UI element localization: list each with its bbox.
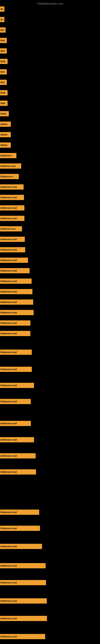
bar-row-11: Bottle (0, 111, 100, 117)
bar-row-8: Bott (0, 79, 100, 85)
bar-row-19: Bottleneck result (0, 194, 100, 200)
bar-row-20: Bottleneck result (0, 205, 100, 211)
bar-row-44: Bottleneck result (0, 563, 100, 569)
bar-label-44: Bottleneck result (0, 563, 46, 568)
bar-label-25: Bottleneck result (0, 258, 28, 263)
bar-row-25: Bottleneck result (0, 257, 100, 263)
bar-label-41: Bottleneck result (0, 510, 39, 515)
bar-row-15: Bottleneck r (0, 152, 100, 158)
bar-row-43: Bottleneck result (0, 544, 100, 550)
bar-row-47: Bottleneck result (0, 616, 100, 622)
bar-row-23: Bottleneck result (0, 236, 100, 242)
bar-label-14: Bottlen (0, 142, 11, 148)
bar-row-1: Bo (0, 6, 100, 12)
bar-row-16: Bottleneck resu (0, 163, 100, 169)
bar-label-1: Bo (0, 6, 4, 12)
bar-label-39: Bottleneck result (0, 453, 36, 458)
bar-row-6: Bottl (0, 58, 100, 64)
bar-row-32: Bottleneck result (0, 330, 100, 336)
bar-label-22: Bottleneck resu (0, 226, 22, 232)
bar-label-24: Bottleneck result (0, 247, 25, 252)
bar-row-2: Bo (0, 16, 100, 22)
bar-row-35: Bottleneck result (0, 382, 100, 388)
bar-label-20: Bottleneck result (0, 205, 24, 210)
bar-label-19: Bottleneck result (0, 195, 24, 200)
bar-row-26: Bottleneck result (0, 268, 100, 274)
bar-label-33: Bottleneck result (0, 350, 32, 355)
bar-label-27: Bottleneck result (0, 278, 32, 284)
bar-row-40: Bottleneck result (0, 469, 100, 475)
bar-row-7: Bott (0, 69, 100, 75)
bar-row-38: Bottleneck result (0, 437, 100, 443)
bar-label-43: Bottleneck result (0, 544, 42, 549)
bar-label-28: Bottleneck result (0, 289, 32, 294)
bar-row-13: Bottlen (0, 132, 100, 138)
bar-label-42: Bottleneck result (0, 526, 40, 531)
bar-label-4: Bott (0, 38, 7, 43)
bar-row-30: Bottleneck result (0, 310, 100, 316)
bar-label-17: Bottleneck re (0, 174, 19, 179)
bar-label-12: Bottlen (0, 122, 11, 127)
bar-row-4: Bott (0, 38, 100, 44)
bar-row-27: Bottleneck result (0, 278, 100, 284)
bar-row-28: Bottleneck result (0, 288, 100, 295)
bar-label-40: Bottleneck result (0, 469, 36, 474)
bar-label-32: Bottleneck result (0, 331, 30, 336)
bar-row-9: Bottl (0, 90, 100, 96)
bar-label-45: Bottleneck result (0, 580, 46, 585)
bar-label-5: Bott (0, 48, 7, 54)
bar-label-15: Bottleneck r (0, 153, 16, 158)
bar-label-23: Bottleneck result (0, 237, 25, 242)
bar-label-34: Bottleneck result (0, 367, 32, 372)
bar-label-11: Bottle (0, 111, 9, 116)
bar-label-36: Bottleneck result (0, 399, 31, 404)
bar-row-33: Bottleneck result (0, 349, 100, 355)
bar-row-42: Bottleneck result (0, 525, 100, 531)
bar-row-46: Bottleneck result (0, 598, 100, 604)
bar-row-31: Bottleneck result (0, 320, 100, 326)
bar-label-9: Bottl (0, 90, 8, 96)
bar-row-39: Bottleneck result (0, 453, 100, 459)
bar-row-24: Bottleneck result (0, 247, 100, 253)
bar-label-18: Bottleneck result (0, 184, 24, 190)
bar-label-30: Bottleneck result (0, 310, 34, 315)
bar-label-13: Bottlen (0, 132, 11, 137)
bar-row-41: Bottleneck result (0, 509, 100, 515)
bar-row-34: Bottleneck result (0, 366, 100, 372)
bar-label-7: Bott (0, 69, 7, 74)
bar-label-2: Bo (0, 17, 4, 22)
bar-row-18: Bottleneck result (0, 184, 100, 190)
bar-label-21: Bottleneck result (0, 216, 24, 221)
bar-row-37: Bottleneck result (0, 420, 100, 426)
bar-label-8: Bott (0, 80, 7, 85)
bar-row-12: Bottlen (0, 121, 100, 127)
bar-row-48: Bottleneck result (0, 634, 100, 640)
bar-label-31: Bottleneck result (0, 320, 30, 326)
bar-row-17: Bottleneck re (0, 174, 100, 180)
bar-label-3: Bot (0, 27, 6, 32)
bar-label-29: Bottleneck result (0, 300, 33, 305)
bar-label-38: Bottleneck result (0, 437, 34, 442)
bar-label-48: Bottleneck result (0, 634, 45, 639)
bar-label-16: Bottleneck resu (0, 164, 21, 169)
bar-row-5: Bott (0, 48, 100, 54)
bar-row-3: Bot (0, 27, 100, 33)
bar-row-22: Bottleneck resu (0, 226, 100, 232)
bar-row-36: Bottleneck result (0, 398, 100, 404)
bar-label-37: Bottleneck result (0, 421, 31, 426)
bar-label-6: Bottl (0, 59, 8, 64)
bar-label-26: Bottleneck result (0, 268, 30, 273)
bar-row-29: Bottleneck result (0, 299, 100, 305)
bar-label-47: Bottleneck result (0, 616, 47, 621)
bar-label-10: Bottl (0, 100, 8, 106)
bar-row-14: Bottlen (0, 142, 100, 148)
bar-label-35: Bottleneck result (0, 383, 34, 388)
bar-label-46: Bottleneck result (0, 598, 47, 604)
bar-row-21: Bottleneck result (0, 215, 100, 222)
bar-row-45: Bottleneck result (0, 580, 100, 586)
bar-row-10: Bottl (0, 100, 100, 106)
